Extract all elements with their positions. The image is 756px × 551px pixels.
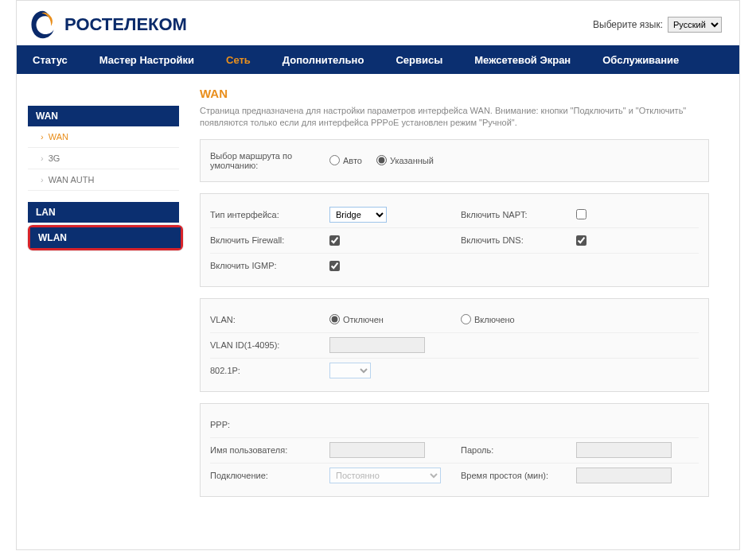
radio-route-specified[interactable] <box>376 155 387 165</box>
language-select[interactable]: Русский <box>668 17 722 33</box>
header: РОСТЕЛЕКОМ Выберите язык: Русский <box>17 1 739 45</box>
select-connection[interactable]: Постоянно <box>329 468 441 483</box>
label-firewall: Включить Firewall: <box>210 235 329 245</box>
checkbox-napt[interactable] <box>576 209 586 219</box>
label-username: Имя пользователя: <box>210 445 329 455</box>
label-8021p: 802.1P: <box>210 366 329 375</box>
radio-vlan-off[interactable] <box>329 314 340 324</box>
input-vlan-id[interactable] <box>329 337 425 353</box>
sidebar-cat-wlan[interactable]: WLAN <box>30 227 181 248</box>
radio-route-auto-wrap[interactable]: Авто <box>329 155 362 165</box>
nav-maintenance[interactable]: Обслуживание <box>586 45 695 74</box>
radio-vlan-off-wrap[interactable]: Отключен <box>329 314 384 324</box>
panel-vlan: VLAN: Отключен Включено <box>200 298 709 392</box>
brand-logo-icon <box>28 9 58 41</box>
checkbox-dns[interactable] <box>576 235 586 246</box>
input-password[interactable] <box>576 442 672 458</box>
radio-route-specified-wrap[interactable]: Указанный <box>376 155 434 165</box>
sidebar-cat-wan[interactable]: WAN <box>28 106 179 126</box>
radio-vlan-on[interactable] <box>461 314 471 324</box>
page-title: WAN <box>200 87 728 100</box>
label-idle-time: Время простоя (мин): <box>453 471 576 480</box>
input-idle-time[interactable] <box>576 468 672 483</box>
language-picker: Выберите язык: Русский <box>593 17 722 33</box>
logo: РОСТЕЛЕКОМ <box>28 9 187 41</box>
radio-vlan-on-wrap[interactable]: Включено <box>461 314 567 324</box>
checkbox-firewall[interactable] <box>329 235 340 246</box>
nav-advanced[interactable]: Дополнительно <box>267 45 380 74</box>
sidebar-item-3g[interactable]: 3G <box>28 148 179 169</box>
label-connection: Подключение: <box>210 471 329 480</box>
brand-name: РОСТЕЛЕКОМ <box>64 14 187 35</box>
panel-default-route: Выбор маршрута по умолчанию: Авто Указан… <box>200 139 709 182</box>
label-password: Пароль: <box>453 445 576 455</box>
label-ppp: PPP: <box>210 420 329 429</box>
sidebar-item-wan-auth[interactable]: WAN AUTH <box>28 169 179 191</box>
language-label: Выберите язык: <box>593 19 663 30</box>
input-username[interactable] <box>329 442 425 458</box>
label-igmp: Включить IGMP: <box>210 261 329 270</box>
checkbox-igmp[interactable] <box>329 261 340 271</box>
select-8021p[interactable] <box>329 363 371 378</box>
label-vlan-id: VLAN ID(1-4095): <box>210 340 329 350</box>
top-nav: Статус Мастер Настройки Сеть Дополнитель… <box>17 45 739 74</box>
nav-network[interactable]: Сеть <box>210 45 267 74</box>
panel-interface: Тип интерфейса: Bridge Включить NAPT: Вк… <box>200 193 709 287</box>
label-dns: Включить DNS: <box>453 235 576 245</box>
label-vlan: VLAN: <box>210 315 329 324</box>
sidebar: WAN WAN 3G WAN AUTH LAN WLAN <box>28 83 185 508</box>
radio-route-auto[interactable] <box>329 155 340 165</box>
label-iface-type: Тип интерфейса: <box>210 210 329 219</box>
panel-ppp: PPP: Имя пользователя: Пароль: Подключен… <box>200 403 709 497</box>
sidebar-cat-lan[interactable]: LAN <box>28 202 179 223</box>
select-iface-type[interactable]: Bridge <box>329 207 387 223</box>
label-default-route: Выбор маршрута по умолчанию: <box>210 151 329 170</box>
sidebar-cat-wlan-highlighted: WLAN <box>28 225 183 250</box>
nav-wizard[interactable]: Мастер Настройки <box>84 45 210 74</box>
page-description: Страница предназначена для настройки пар… <box>200 105 709 130</box>
nav-status[interactable]: Статус <box>17 45 84 74</box>
content: WAN Страница предназначена для настройки… <box>200 83 728 508</box>
sidebar-item-wan[interactable]: WAN <box>28 126 179 148</box>
label-napt: Включить NAPT: <box>453 210 576 219</box>
nav-services[interactable]: Сервисы <box>380 45 458 74</box>
nav-firewall[interactable]: Межсетевой Экран <box>458 45 586 74</box>
